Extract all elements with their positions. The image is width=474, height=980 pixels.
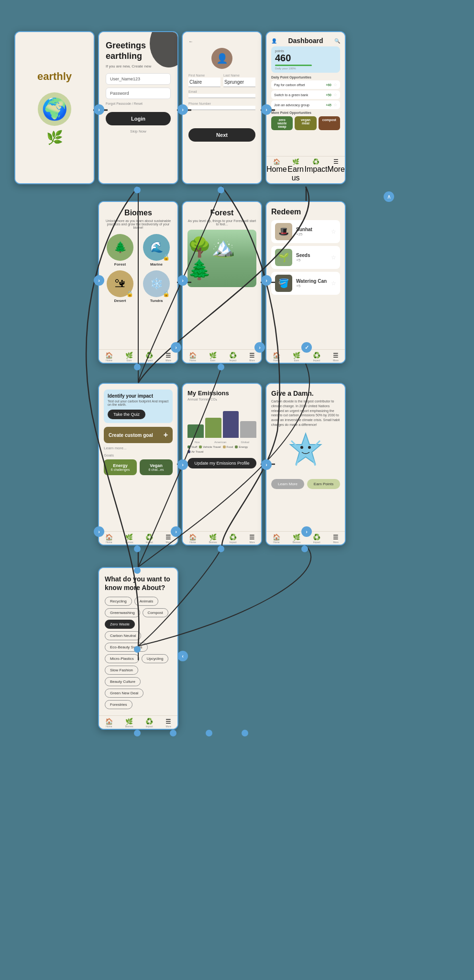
search-icon[interactable]: 🔍 [334,38,340,44]
first-name-input[interactable]: Claire [188,78,220,87]
forest-nav-impact[interactable]: ♻️ Impact [229,352,237,362]
username-input[interactable]: User_Name123 [106,73,171,85]
points-box: points 460 Daily your 100% [271,46,340,73]
login-button[interactable]: Login [106,112,171,125]
goals-nav-home[interactable]: 🏠 Home [105,534,113,544]
nav-arrow-goals-down[interactable]: › [94,526,104,537]
tag-beauty-culture[interactable]: Beauty Culture [105,677,141,686]
tag-slow-fashion[interactable]: Slow Fashion [105,666,138,675]
give-nav-home[interactable]: 🏠 Home [273,534,280,544]
biomes-nav-earn[interactable]: 🌿 Earn [125,352,133,362]
nav-arrow-profile-dash[interactable]: › [261,104,272,115]
nav-arrow-redeem-down[interactable]: ✓ [301,342,312,353]
nav-arrow-give-down[interactable]: › [301,526,312,537]
quiz-button[interactable]: Take the Quiz [108,410,145,419]
give-nav-impact[interactable]: ♻️ Impact [313,534,320,544]
tag-recycling[interactable]: Recycling [105,597,132,606]
chip-zero-waste[interactable]: zero waste swap [271,116,293,130]
nav-arrow-forest-down[interactable]: › [254,342,265,353]
emissions-nav-more[interactable]: ☰ More [249,534,255,544]
goals-nav-impact[interactable]: ♻️ Impact [145,534,153,544]
tag-compost[interactable]: Compost [143,608,168,617]
biome-forest[interactable]: 🌲 Forest [104,234,136,267]
biome-desert[interactable]: 🏜 Desert [104,270,136,303]
tag-animals[interactable]: Animals [134,597,158,606]
custom-goal-button[interactable]: Create custom goal + [104,427,173,443]
redeem-sunhat[interactable]: 🎩 Sunhat +25 ☆ [271,220,340,243]
biomes-nav-home[interactable]: 🏠 Home [105,352,113,362]
tag-zero-waste[interactable]: Zero Waste [105,620,135,629]
nav-impact[interactable]: ♻️ Impact [305,158,328,182]
emissions-nav-home[interactable]: 🏠 Home [189,534,197,544]
redeem-nav-more[interactable]: ☰ More [333,352,339,362]
nav-arrow-emissions-next[interactable]: › [261,459,272,470]
profile-icon[interactable]: 👤 [271,38,277,44]
topics-nav-more[interactable]: ☰ More [165,718,171,728]
last-name-input[interactable]: Sprunger [223,78,255,87]
chip-compost[interactable]: compost [319,116,340,130]
nav-arrow-goals-next[interactable]: › [177,459,188,470]
biome-marine[interactable]: 🌊 Marine [140,234,173,267]
nav-earn[interactable]: 🌿 Earn us [287,158,305,182]
topics-nav-impact[interactable]: ♻️ Impact [145,718,153,728]
forgot-link[interactable]: Forgot Passcode / Reset [106,102,171,105]
chevron-up-button[interactable]: ∧ [384,191,394,202]
forest-nav-home[interactable]: 🏠 Home [189,352,197,362]
tag-greenwashing[interactable]: Greenwashing [105,608,140,617]
goals-section-label: Goals [104,453,173,457]
learn-more-link[interactable]: Learn more... [104,446,173,450]
redeem-seeds[interactable]: 🌱 Seeds +5 ☆ [271,246,340,269]
tag-eco-beauty[interactable]: Eco-Beauty Swaps [105,643,148,652]
learn-more-button[interactable]: Learn More [271,479,304,489]
topics-nav-home[interactable]: 🏠 Home [105,718,113,728]
redeem-can[interactable]: 🪣 Watering Can +5 ☆ [271,272,340,295]
nav-arrow-splash-login[interactable]: › [94,104,104,115]
tag-green-new-deal[interactable]: Green New Deal [105,689,143,698]
biomes-nav-more[interactable]: ☰ More [165,352,171,362]
nav-arrow-biomes-down[interactable]: › [171,342,181,353]
skip-link[interactable]: Skip Now [106,129,171,134]
emissions-legend: Stuff Vehicle Travel Food Energy Air Tra… [187,445,256,453]
password-input[interactable]: Password [106,88,171,99]
can-img: 🪣 [275,275,292,292]
chip-vegan[interactable]: vegan meal [295,116,316,130]
vegan-chip[interactable]: Vegan 6 chal...es [140,459,173,475]
goals-nav-more[interactable]: ☰ More [165,534,171,544]
phone-input[interactable] [188,106,255,110]
topics-nav-biomes[interactable]: 🌿 Biomes [125,718,133,728]
nav-arrow-redeem-next[interactable]: › [261,275,272,286]
tag-carbon-neutral[interactable]: Carbon Neutral [105,631,141,640]
give-nav-more[interactable]: ☰ More [333,534,339,544]
emissions-nav-biomes[interactable]: 🌿 Biomes [209,534,217,544]
update-emissions-button[interactable]: Update my Emissions Profile [187,458,256,468]
forest-nav-earn[interactable]: 🌿 Earn [209,352,217,362]
nav-arrow-login-profile[interactable]: › [177,104,188,115]
star-icon-3[interactable]: ☆ [333,102,337,107]
biome-tundra[interactable]: ❄️ Tundra [140,270,173,303]
nav-arrow-topics-back[interactable]: ‹ [177,651,188,661]
nav-arrow-ems-down[interactable]: › [171,526,181,537]
nav-arrow-forest-next[interactable]: › [177,275,188,286]
email-input[interactable] [188,94,255,98]
goals-nav-biomes[interactable]: 🌿 Biomes [125,534,133,544]
emissions-nav-impact[interactable]: ♻️ Impact [229,534,237,544]
redeem-nav-impact[interactable]: ♻️ Impact [313,352,320,362]
tag-forestries[interactable]: Forestries [105,700,132,709]
fold-tab [261,37,262,51]
redeem-nav-earn[interactable]: 🌿 Earn [293,352,300,362]
biomes-nav-impact[interactable]: ♻️ Impact [145,352,153,362]
earn-points-button[interactable]: Earn Points [307,479,340,489]
star-icon-1[interactable]: ☆ [333,82,337,87]
nav-more[interactable]: ☰ More [328,158,345,182]
nav-arrow-biomes-next[interactable]: › [94,275,104,286]
nav-home[interactable]: 🏠 Home [266,158,287,182]
redeem-nav-home[interactable]: 🏠 Home [273,352,280,362]
next-button[interactable]: Next [188,128,255,142]
back-button[interactable]: ← [188,39,255,44]
tag-microplastics[interactable]: Micro-Plastics [105,654,139,663]
star-icon-2[interactable]: ☆ [333,92,337,97]
energy-chip[interactable]: Energy 6 challenges [104,459,137,475]
give-nav-biomes[interactable]: 🌿 Biomes [293,534,301,544]
forest-nav-more[interactable]: ☰ More [249,352,255,362]
tag-upcycling[interactable]: Upcycling [142,654,169,663]
